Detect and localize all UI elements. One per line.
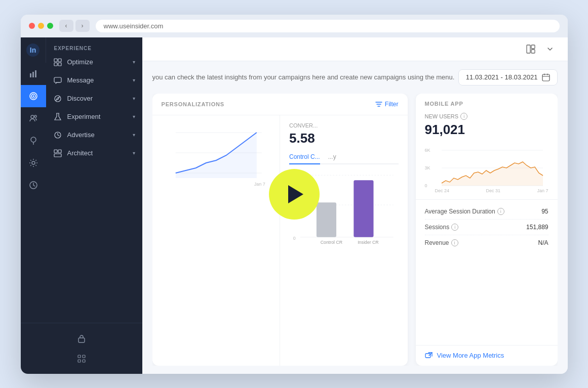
dot-yellow (38, 23, 44, 29)
conv-value: 5.58 (289, 131, 399, 146)
svg-point-9 (34, 115, 36, 117)
tab-variant[interactable]: ...y (328, 150, 336, 164)
sidebar-nav-pin[interactable] (21, 130, 46, 152)
stat-label-avg-session: Average Session Duration i (425, 208, 504, 215)
panel-split: Jan 7 CONVER... (152, 115, 408, 366)
sidebar-nav-history[interactable] (21, 174, 46, 196)
svg-point-11 (32, 161, 35, 164)
sparkline-svg (436, 148, 548, 188)
stats-section: Average Session Duration i 95 Sessions i (416, 199, 558, 254)
sidebar-top: In (21, 37, 142, 196)
svg-rect-15 (54, 63, 57, 66)
filter-button[interactable]: Filter (375, 101, 399, 108)
svg-rect-25 (83, 355, 85, 358)
address-bar[interactable]: www.useinsider.com (96, 20, 560, 32)
sidebar-item-advertise[interactable]: Advertise ▾ (46, 126, 142, 144)
left-panel-header: PERSONALIZATIONS Filter (152, 94, 408, 115)
svg-point-10 (31, 137, 36, 142)
new-users-label: NEW USERS i (425, 113, 548, 120)
filter-icon (375, 101, 382, 108)
stat-value-revenue: N/A (538, 239, 548, 246)
sidebar-nav-chart[interactable] (21, 63, 46, 85)
forward-button[interactable]: › (75, 20, 90, 32)
right-chart-section: CONVER... 5.58 Control C... (280, 115, 408, 366)
stat-label-revenue: Revenue i (425, 239, 458, 246)
stat-row-sessions: Sessions i 151,889 (425, 220, 548, 235)
stat-value-sessions: 151,889 (526, 224, 548, 231)
sidebar-item-discover[interactable]: Discover ▾ (46, 90, 142, 108)
view-more-icon (425, 352, 433, 360)
svg-rect-27 (83, 360, 85, 362)
date-picker[interactable]: 11.03.2021 - 18.03.2021 (458, 69, 558, 85)
sidebar-nav-settings[interactable] (21, 152, 46, 174)
main-content: you can check the latest insights from y… (142, 37, 568, 374)
dropdown-button[interactable] (542, 41, 558, 57)
dot-green (47, 23, 53, 29)
sidebar-item-optimize[interactable]: Optimize ▾ (46, 53, 142, 71)
svg-rect-4 (35, 70, 36, 77)
sidebar-item-experiment[interactable]: Experiment ▾ (46, 108, 142, 126)
avg-session-info-icon: i (497, 208, 504, 215)
advertise-label: Advertise (67, 131, 128, 139)
svg-rect-14 (58, 59, 61, 62)
layout-button[interactable] (523, 41, 538, 57)
sidebar-item-message[interactable]: Message ▾ (46, 71, 142, 90)
sidebar-nav-users[interactable] (21, 107, 46, 130)
view-more-button[interactable]: View More App Metrics (416, 345, 558, 366)
left-panel-title: PERSONALIZATIONS (162, 101, 224, 107)
new-users-count: 91,021 (425, 122, 548, 138)
sessions-info-icon: i (451, 224, 458, 231)
sidebar-bottom-icons (21, 323, 142, 374)
sidebar-menu: EXPERIENCE Optimize ▾ (46, 37, 142, 196)
discover-arrow: ▾ (133, 96, 135, 101)
tab-control[interactable]: Control C... (289, 150, 320, 164)
architect-label: Architect (67, 149, 128, 157)
svg-rect-20 (54, 150, 57, 153)
svg-rect-26 (78, 360, 81, 362)
sidebar-nav-target[interactable] (21, 85, 46, 107)
architect-icon (53, 149, 62, 158)
message-label: Message (67, 76, 128, 84)
svg-marker-35 (175, 133, 256, 178)
lock-icon[interactable] (72, 329, 91, 348)
video-play-button[interactable] (269, 169, 320, 220)
svg-text:0: 0 (293, 235, 296, 240)
svg-rect-28 (527, 45, 530, 53)
optimize-arrow: ▾ (133, 59, 135, 65)
sidebar: In (21, 37, 142, 374)
back-button[interactable]: ‹ (59, 20, 73, 32)
sidebar-item-architect[interactable]: Architect ▾ (46, 144, 142, 162)
svg-rect-16 (58, 63, 61, 66)
svg-rect-21 (58, 150, 61, 153)
tab-row: Control C... ...y (289, 150, 399, 164)
svg-rect-29 (531, 45, 535, 49)
new-users-info-icon: i (460, 113, 467, 120)
message-arrow: ▾ (133, 77, 135, 83)
svg-rect-43 (317, 202, 336, 237)
svg-point-8 (31, 115, 34, 118)
svg-text:Insider CR: Insider CR (358, 239, 379, 244)
advertise-icon (53, 131, 62, 140)
sidebar-logo: In (21, 37, 46, 63)
stat-value-avg-session: 95 (541, 208, 548, 215)
filter-label: Filter (385, 101, 399, 108)
sparkline-inner: 6K 3K 0 (425, 148, 548, 193)
architect-arrow: ▾ (133, 150, 135, 156)
svg-rect-13 (54, 59, 57, 62)
sidebar-icons: In (21, 37, 46, 196)
svg-point-7 (32, 95, 34, 97)
sparkline-container: 6K 3K 0 (416, 144, 558, 199)
date-range-text: 11.03.2021 - 18.03.2021 (466, 73, 538, 81)
svg-rect-3 (32, 72, 34, 77)
top-bar-icons (523, 41, 558, 57)
dashboard-grid: PERSONALIZATIONS Filter (152, 94, 558, 366)
nav-buttons: ‹ › (59, 20, 90, 32)
svg-rect-22 (54, 154, 61, 157)
experiment-arrow: ▾ (133, 114, 135, 119)
grid-icon[interactable] (72, 350, 91, 368)
conv-label: CONVER... (289, 122, 399, 128)
y-labels-small: 6K 3K 0 (425, 148, 430, 188)
sidebar-section-label: EXPERIENCE (46, 41, 142, 53)
discover-label: Discover (67, 95, 128, 102)
message-icon (53, 76, 62, 85)
